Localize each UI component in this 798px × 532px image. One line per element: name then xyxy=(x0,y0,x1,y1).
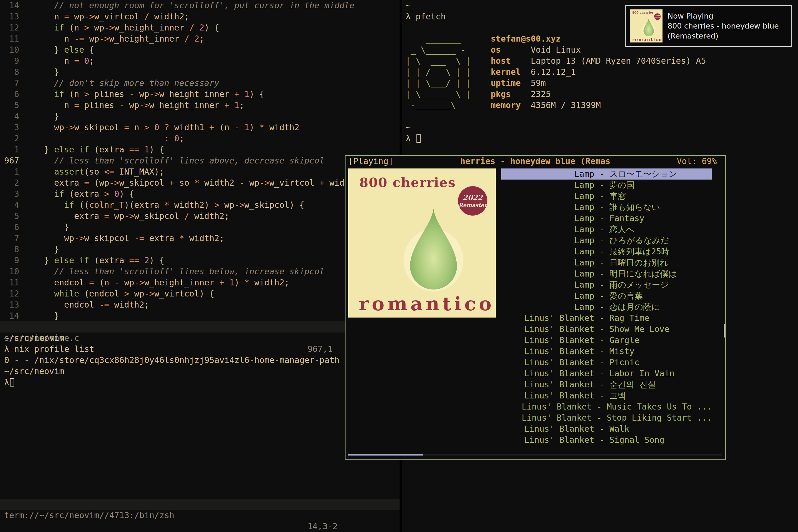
queue-item-separator: - xyxy=(592,412,607,423)
player-song-title: herries - honeydew blue (Remas xyxy=(460,156,610,167)
queue-item-title: 고백 xyxy=(609,390,712,401)
code-line: 10 } else { xyxy=(4,44,400,55)
queue-item-artist: Lamp xyxy=(501,191,594,202)
shell-line: | | / \ | | kernel 6.12.12_1 xyxy=(406,66,798,78)
queue-item[interactable]: Linus' Blanket - Walk xyxy=(501,423,712,435)
queue-item[interactable]: Linus' Blanket - Gargle xyxy=(501,335,712,346)
statusline-term-title: term://~/src/neovim//4713:/bin/zsh xyxy=(4,510,174,521)
line-number: 8 xyxy=(4,244,19,255)
queue-item-artist: Lamp xyxy=(501,202,594,213)
queue-item[interactable]: Lamp - 明日になれば僕は xyxy=(501,268,712,279)
line-number: 5 xyxy=(4,100,19,111)
line-number: 9 xyxy=(4,255,19,266)
water-drop-icon xyxy=(401,206,466,293)
code-buffer[interactable]: 14 // not enough room for 'scrolloff', p… xyxy=(4,0,400,321)
code-line: 1 } else if (extra == 1) { xyxy=(4,144,400,155)
terminal-buffer[interactable]: ~/src/neovimλ nix profile list0 - - /nix… xyxy=(4,332,400,388)
line-number: 5 xyxy=(4,211,19,222)
queue-item-separator: - xyxy=(594,302,609,312)
queue-item[interactable]: Linus' Blanket - 고백 xyxy=(501,390,712,401)
player-queue[interactable]: Lamp - スロ〜モ〜ションLamp - 夢の国Lamp - 車窓Lamp -… xyxy=(501,169,712,445)
queue-item[interactable]: Linus' Blanket - Rag Time xyxy=(501,312,712,324)
thumb-album-artist: 800 cherries xyxy=(632,11,654,14)
queue-item[interactable]: Lamp - 夢の国 xyxy=(501,179,712,191)
queue-item-artist: Lamp xyxy=(501,268,594,279)
queue-item-title: 恋人へ xyxy=(609,224,712,235)
queue-item[interactable]: Linus' Blanket - Picnic xyxy=(501,357,712,368)
queue-item-artist: Linus' Blanket xyxy=(501,312,594,324)
code-line: 11 endcol = (n - wp->w_height_inner + 1)… xyxy=(4,277,400,288)
player-state-label: [Playing] xyxy=(348,156,394,167)
album-title-text: romantico xyxy=(359,294,495,313)
statusline-terminal-buffer: term://~/src/neovim//4713:/bin/zsh 14,3-… xyxy=(0,499,400,510)
queue-item[interactable]: Lamp - 誰も知らない xyxy=(501,202,712,213)
queue-item[interactable]: Lamp - Fantasy xyxy=(501,213,712,224)
queue-item-separator: - xyxy=(594,179,609,191)
player-volume: Vol: 69% xyxy=(677,156,717,167)
queue-item-title: 誰も知らない xyxy=(609,202,712,213)
line-number: 11 xyxy=(4,33,19,44)
queue-item-separator: - xyxy=(594,368,609,379)
queue-item-artist: Linus' Blanket xyxy=(501,412,592,423)
queue-item[interactable]: Linus' Blanket - Labor In Vain xyxy=(501,368,712,379)
now-playing-notification[interactable]: 800 cherries 2022 Remaster romantico Now… xyxy=(625,5,792,47)
queue-item[interactable]: Lamp - 愛の言葉 xyxy=(501,290,712,302)
music-player-window[interactable]: [Playing] herries - honeydew blue (Remas… xyxy=(345,155,726,460)
terminal-line: 0 - - /nix/store/cq3cx86h28j0y46ls0nhjzj… xyxy=(4,355,400,366)
thumb-album-title: romantico xyxy=(632,37,662,41)
notification-text: Now Playing 800 cherries - honeydew blue… xyxy=(667,11,779,41)
queue-item-selected[interactable]: Lamp - スロ〜モ〜ション xyxy=(501,169,712,179)
thumb-badge-year: 2022 xyxy=(655,15,660,17)
notification-track: 800 cherries - honeydew blue xyxy=(667,21,779,31)
queue-item-title: Fantasy xyxy=(609,213,712,224)
queue-item[interactable]: Lamp - 最終列車は25時 xyxy=(501,246,712,257)
queue-item-separator: - xyxy=(594,235,609,246)
queue-item-artist: Lamp xyxy=(501,246,594,257)
line-number: 9 xyxy=(4,55,19,66)
queue-item-artist: Linus' Blanket xyxy=(501,346,594,357)
code-line: 5 extra = wp->w_skipcol / width2; xyxy=(4,211,400,222)
queue-item[interactable]: Linus' Blanket - Misty xyxy=(501,346,712,357)
queue-item-title: 夢の国 xyxy=(609,179,712,191)
queue-item-separator: - xyxy=(594,191,609,202)
line-number: 2 xyxy=(4,177,19,188)
queue-item-separator: - xyxy=(594,423,609,435)
queue-item[interactable]: Linus' Blanket - 순간의 진실 xyxy=(501,379,712,390)
queue-item[interactable]: Linus' Blanket - Music Takes Us To ... xyxy=(501,401,712,412)
queue-item[interactable]: Lamp - ひろがるなみだ xyxy=(501,235,712,246)
line-number: 4 xyxy=(4,200,19,211)
line-number: 8 xyxy=(4,66,19,78)
track-progress-bar[interactable] xyxy=(348,454,722,456)
queue-item-title: 恋は月の蔭に xyxy=(609,302,712,312)
line-number: 1 xyxy=(4,144,19,155)
nvim-editor-pane[interactable]: 14 // not enough room for 'scrolloff', p… xyxy=(0,0,400,532)
queue-item-artist: Lamp xyxy=(501,213,594,224)
queue-item[interactable]: Lamp - 恋人へ xyxy=(501,224,712,235)
queue-item-title: ひろがるなみだ xyxy=(609,235,712,246)
queue-item[interactable]: Linus' Blanket - Stop Liking Start ... xyxy=(501,412,712,423)
queue-item-separator: - xyxy=(594,379,609,390)
code-line: 11 n -= wp->w_height_inner / 2; xyxy=(4,33,400,44)
shell-line: ~ xyxy=(406,122,798,133)
line-number: 13 xyxy=(4,11,19,22)
queue-item-title: Stop Liking Start ... xyxy=(607,412,712,423)
queue-item-title: 순간의 진실 xyxy=(609,379,712,390)
code-line: 1 assert(so <= INT_MAX); xyxy=(4,166,400,177)
shell-line: | \ ___ \ | host Laptop 13 (AMD Ryzen 70… xyxy=(406,55,798,66)
queue-item[interactable]: Linus' Blanket - Signal Song xyxy=(501,435,712,445)
queue-item[interactable]: Linus' Blanket - Show Me Love xyxy=(501,324,712,335)
line-number: 3 xyxy=(4,122,19,133)
code-line: 6 if (n > plines - wp->w_height_inner + … xyxy=(4,89,400,100)
queue-item-title: Picnic xyxy=(609,357,712,368)
notification-heading: Now Playing xyxy=(667,11,779,21)
queue-scrollbar[interactable] xyxy=(724,324,725,338)
queue-item[interactable]: Lamp - 日曜日のお別れ xyxy=(501,257,712,268)
code-line: 14 } xyxy=(4,310,400,321)
queue-item-separator: - xyxy=(594,335,609,346)
line-number: 12 xyxy=(4,288,19,299)
queue-item-separator: - xyxy=(594,435,609,445)
queue-item[interactable]: Lamp - 恋は月の蔭に xyxy=(501,302,712,312)
queue-item[interactable]: Lamp - 雨のメッセージ xyxy=(501,279,712,290)
queue-item[interactable]: Lamp - 車窓 xyxy=(501,191,712,202)
queue-item-title: Signal Song xyxy=(609,435,712,445)
